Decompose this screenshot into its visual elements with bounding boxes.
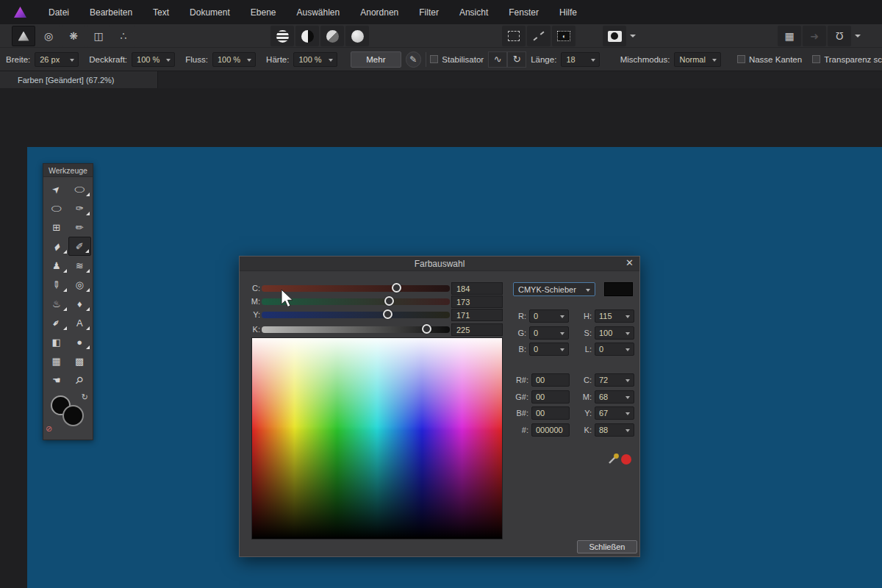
- black-slider-handle[interactable]: [422, 324, 431, 334]
- magenta-slider-handle[interactable]: [384, 296, 394, 306]
- menu-auswaehlen[interactable]: Auswählen: [286, 1, 350, 24]
- inpainting-tool[interactable]: ◎: [68, 275, 92, 294]
- flood-fill-tool[interactable]: ◧: [45, 332, 68, 351]
- y-pct-field[interactable]: 67: [595, 406, 634, 420]
- menu-dokument[interactable]: Dokument: [179, 1, 240, 24]
- invert-selection-button[interactable]: ◖: [552, 26, 576, 46]
- black-slider[interactable]: [262, 326, 450, 333]
- selection-brush-tool[interactable]: ✑: [68, 198, 92, 218]
- width-dropdown[interactable]: 26 px: [35, 52, 79, 67]
- top-toolbar: ◎ ❋ ◫ ∴ ◖ ▦ ➜ Ω: [0, 24, 882, 48]
- quick-mask-button[interactable]: [603, 26, 626, 46]
- snapping-dropdown[interactable]: [853, 26, 862, 46]
- rope-stabilizer-button[interactable]: ∿: [488, 51, 507, 68]
- window-stabilizer-button[interactable]: ↻: [507, 51, 526, 68]
- protect-alpha-checkbox[interactable]: Transparenz sc: [812, 55, 882, 64]
- clone-stamp-tool[interactable]: ♟: [45, 256, 68, 275]
- menu-ansicht[interactable]: Ansicht: [449, 1, 498, 24]
- yellow-value-field[interactable]: 171: [451, 309, 503, 321]
- auto-white-balance-button[interactable]: [345, 26, 369, 46]
- mesh-warp-tool[interactable]: ▦: [45, 351, 68, 370]
- menu-bearbeiten[interactable]: Bearbeiten: [79, 1, 143, 24]
- b-hex-field[interactable]: 00: [531, 406, 570, 420]
- black-value-field[interactable]: 225: [451, 323, 503, 336]
- opacity-dropdown[interactable]: 100 %: [132, 52, 175, 67]
- m-pct-field[interactable]: 68: [595, 390, 634, 404]
- close-icon[interactable]: ✕: [625, 257, 634, 268]
- color-spectrum-field[interactable]: [251, 337, 503, 539]
- shape-tool[interactable]: ●: [68, 332, 92, 351]
- menu-text[interactable]: Text: [143, 1, 179, 24]
- hardness-dropdown[interactable]: 100 %: [293, 52, 337, 67]
- text-tool[interactable]: A: [68, 313, 92, 332]
- hand-tool[interactable]: ☚: [45, 370, 68, 390]
- select-all-button[interactable]: [502, 26, 526, 46]
- deselect-button[interactable]: [527, 26, 551, 46]
- export-persona-button[interactable]: ∴: [112, 26, 135, 46]
- quick-mask-dropdown[interactable]: [628, 26, 637, 46]
- blur-tool[interactable]: ♦: [68, 294, 92, 313]
- blend-mode-dropdown[interactable]: Normal: [674, 52, 720, 67]
- tone-mapping-persona-button[interactable]: ◫: [87, 26, 110, 46]
- paint-brush-tool[interactable]: ✐: [68, 237, 92, 256]
- ellipse-select-tool[interactable]: ◯: [68, 179, 92, 198]
- undo-brush-tool[interactable]: ≋: [68, 256, 92, 275]
- menu-hilfe[interactable]: Hilfe: [549, 1, 587, 24]
- length-dropdown[interactable]: 18: [561, 52, 599, 67]
- eraser-tool[interactable]: ▰: [45, 237, 68, 256]
- move-tool[interactable]: ➤: [45, 179, 68, 198]
- zoom-tool[interactable]: ⚲: [68, 370, 92, 390]
- wet-edges-checkbox[interactable]: Nasse Kanten: [737, 55, 802, 64]
- photo-persona-button[interactable]: [12, 26, 35, 46]
- r-field[interactable]: 0: [529, 309, 569, 323]
- brush-settings-button[interactable]: ✎: [406, 51, 420, 68]
- schliessen-button[interactable]: Schließen: [577, 540, 637, 553]
- liquify-persona-button[interactable]: ◎: [37, 26, 60, 46]
- auto-contrast-button[interactable]: [295, 26, 319, 46]
- no-fill-icon[interactable]: ⊘: [46, 424, 52, 434]
- menu-filter[interactable]: Filter: [409, 1, 449, 24]
- menu-ebene[interactable]: Ebene: [240, 1, 287, 24]
- cyan-slider-handle[interactable]: [392, 283, 401, 293]
- hex-field[interactable]: 000000: [531, 423, 570, 437]
- yellow-slider-handle[interactable]: [383, 309, 392, 319]
- g-hex-field[interactable]: 00: [531, 390, 570, 404]
- k-pct-field[interactable]: 88: [595, 423, 634, 437]
- healing-brush-tool[interactable]: ✎: [45, 275, 68, 294]
- menu-anordnen[interactable]: Anordnen: [350, 1, 409, 24]
- l-field[interactable]: 0: [595, 343, 634, 356]
- c-pct-field[interactable]: 72: [595, 373, 634, 387]
- flow-dropdown[interactable]: 100 %: [212, 52, 256, 67]
- pen-tool[interactable]: ✒: [45, 313, 68, 332]
- menu-datei[interactable]: Datei: [38, 1, 79, 24]
- fill-color-swatch[interactable]: [62, 405, 84, 426]
- crop-tool[interactable]: ⊞: [45, 218, 68, 237]
- h-field[interactable]: 115: [595, 309, 634, 323]
- yellow-slider[interactable]: [262, 312, 450, 318]
- eyedropper-icon[interactable]: [607, 452, 620, 465]
- color-model-dropdown[interactable]: CMYK-Schieber: [513, 282, 595, 296]
- stabilizer-checkbox[interactable]: Stabilisator: [430, 55, 484, 64]
- cyan-value-field[interactable]: 184: [451, 282, 503, 295]
- dialog-title-bar[interactable]: Farbauswahl ✕: [240, 257, 639, 271]
- s-field[interactable]: 100: [595, 326, 634, 340]
- snapping-button[interactable]: Ω: [828, 26, 851, 46]
- magenta-value-field[interactable]: 173: [451, 295, 503, 308]
- dodge-burn-tool[interactable]: ♨: [45, 294, 68, 313]
- develop-persona-button[interactable]: ❋: [62, 26, 85, 46]
- g-field[interactable]: 0: [529, 326, 569, 340]
- color-picker-tool[interactable]: ✏: [68, 218, 92, 237]
- grid-toggle-button[interactable]: ▦: [778, 26, 801, 46]
- assistant-button[interactable]: ➜: [803, 26, 826, 46]
- more-button[interactable]: Mehr: [351, 51, 401, 68]
- auto-levels-button[interactable]: [270, 26, 294, 46]
- r-hex-field[interactable]: 00: [531, 373, 570, 387]
- menu-fenster[interactable]: Fenster: [498, 1, 549, 24]
- b-field[interactable]: 0: [529, 343, 569, 356]
- auto-colour-button[interactable]: [320, 26, 344, 46]
- document-tab[interactable]: Farben [Geändert] (67.2%): [0, 71, 158, 88]
- perspective-tool[interactable]: ▩: [68, 351, 92, 370]
- tools-panel-title[interactable]: Werkzeuge: [43, 164, 93, 177]
- lasso-tool[interactable]: ◯: [45, 198, 68, 218]
- swap-colors-icon[interactable]: ↻: [82, 392, 88, 402]
